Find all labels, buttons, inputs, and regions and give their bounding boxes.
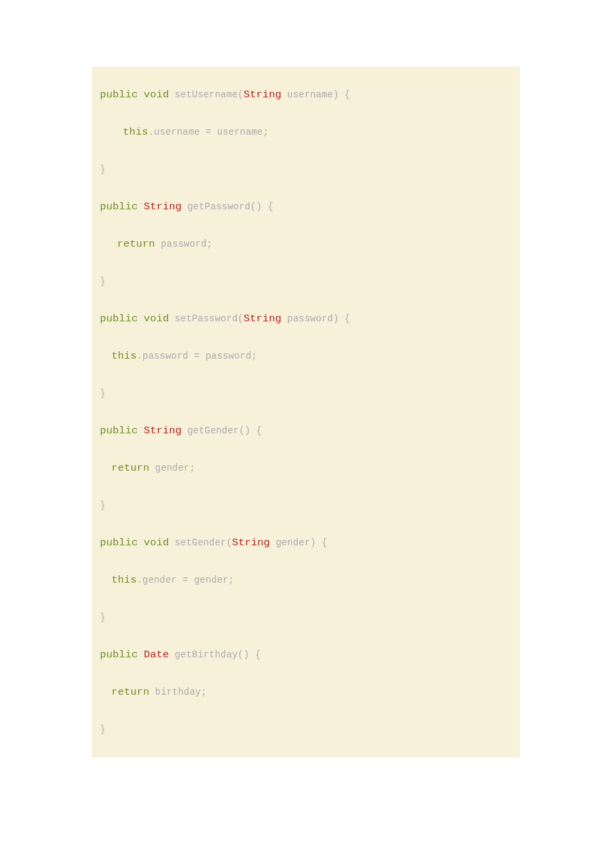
token-plain: setGender(: [175, 537, 232, 548]
code-line: }: [92, 263, 520, 300]
token-kw-type: String: [243, 313, 281, 325]
token-kw-public: public: [100, 425, 138, 437]
token-kw-void: void: [144, 537, 169, 549]
token-plain: }: [100, 388, 106, 399]
token-plain: [169, 89, 175, 100]
code-line: this.password = password;: [92, 337, 520, 375]
token-plain: password) {: [281, 313, 350, 324]
token-kw-type: Date: [144, 649, 169, 661]
code-block: public void setUsername(String username)…: [92, 67, 520, 757]
token-kw-type: String: [144, 201, 182, 213]
code-line: this.gender = gender;: [92, 561, 520, 599]
code-line: public void setGender(String gender) {: [92, 524, 520, 561]
token-plain: password;: [155, 239, 213, 249]
token-kw-return: return: [111, 462, 149, 474]
code-line: return password;: [92, 225, 520, 263]
token-plain: [138, 425, 144, 436]
code-line: public void setUsername(String username)…: [92, 76, 520, 113]
token-plain: [169, 313, 175, 324]
token-plain: }: [100, 500, 106, 511]
code-line: public Date getBirthday() {: [92, 636, 520, 673]
token-kw-type: String: [144, 425, 182, 437]
token-plain: .username = username;: [148, 127, 269, 137]
token-kw-this: this: [111, 574, 137, 586]
code-line: public String getGender() {: [92, 412, 520, 449]
token-plain: .gender = gender;: [137, 575, 234, 585]
token-kw-public: public: [100, 649, 138, 661]
code-line: }: [92, 151, 520, 188]
code-line: }: [92, 711, 520, 748]
token-plain: gender;: [149, 463, 195, 473]
token-kw-public: public: [100, 537, 138, 549]
token-plain: }: [100, 164, 106, 175]
token-plain: }: [100, 276, 106, 287]
code-line: this.username = username;: [92, 113, 520, 151]
token-plain: [138, 649, 144, 660]
token-kw-type: String: [232, 537, 270, 549]
code-line: public void setPassword(String password)…: [92, 300, 520, 337]
token-kw-public: public: [100, 201, 138, 213]
token-kw-void: void: [144, 89, 169, 101]
token-plain: setUsername(: [175, 89, 243, 100]
token-plain: .password = password;: [137, 351, 257, 361]
token-plain: getBirthday() {: [169, 649, 261, 660]
code-line: }: [92, 487, 520, 524]
code-line: }: [92, 375, 520, 412]
token-kw-public: public: [100, 313, 138, 325]
token-plain: [138, 313, 144, 324]
token-kw-this: this: [111, 350, 137, 362]
token-plain: [138, 89, 144, 100]
token-kw-return: return: [117, 238, 155, 250]
token-kw-public: public: [100, 89, 138, 101]
token-kw-void: void: [144, 313, 169, 325]
code-line: return birthday;: [92, 673, 520, 711]
token-plain: birthday;: [149, 687, 207, 697]
code-line: }: [92, 599, 520, 636]
token-kw-this: this: [123, 126, 148, 138]
token-plain: [169, 537, 175, 548]
token-plain: }: [100, 724, 106, 735]
token-plain: setPassword(: [175, 313, 243, 324]
token-plain: getGender() {: [182, 425, 262, 436]
token-plain: gender) {: [270, 537, 327, 548]
code-line: return gender;: [92, 449, 520, 487]
token-kw-type: String: [243, 89, 281, 101]
token-plain: getPassword() {: [182, 201, 274, 212]
token-kw-return: return: [111, 686, 149, 698]
token-plain: [138, 201, 144, 212]
token-plain: username) {: [281, 89, 350, 100]
token-plain: }: [100, 612, 106, 623]
code-line: public String getPassword() {: [92, 188, 520, 225]
token-plain: [138, 537, 144, 548]
